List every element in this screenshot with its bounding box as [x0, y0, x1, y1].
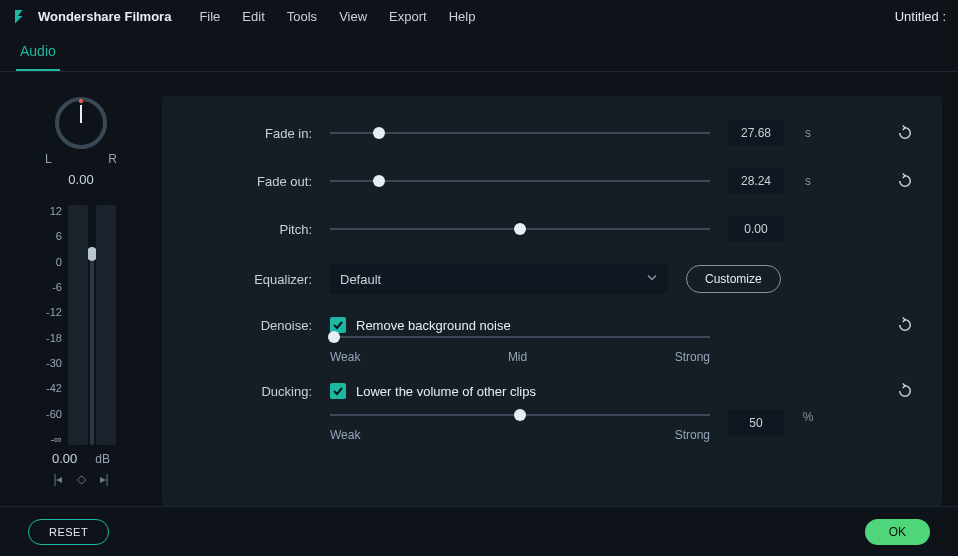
- menu-export[interactable]: Export: [389, 9, 427, 24]
- app-name: Wondershare Filmora: [38, 9, 171, 24]
- menubar: Wondershare Filmora File Edit Tools View…: [0, 0, 958, 32]
- tick: -∞: [46, 433, 62, 445]
- fade-out-slider[interactable]: [330, 176, 710, 186]
- gain-fader[interactable]: [90, 249, 94, 445]
- tab-strip: Audio: [0, 32, 958, 72]
- ducking-label: Ducking:: [182, 384, 312, 399]
- denoise-slider[interactable]: [330, 332, 710, 342]
- ok-button[interactable]: OK: [865, 519, 930, 545]
- tick: -60: [46, 408, 62, 420]
- reset-icon[interactable]: [896, 316, 914, 334]
- balance-value: 0.00: [68, 172, 93, 187]
- ducking-checkbox[interactable]: [330, 383, 346, 399]
- denoise-cb-label: Remove background noise: [356, 318, 511, 333]
- denoise-scale-mid: Mid: [508, 350, 527, 364]
- fade-in-label: Fade in:: [182, 126, 312, 141]
- reset-icon[interactable]: [896, 124, 914, 142]
- menu-list: File Edit Tools View Export Help: [199, 9, 475, 24]
- dialog-footer: RESET OK: [0, 506, 958, 556]
- balance-right-label: R: [108, 152, 117, 166]
- transport-controls: |◂ ◇ ▸|: [53, 472, 108, 486]
- tick: -18: [46, 332, 62, 344]
- pitch-value[interactable]: 0.00: [728, 216, 784, 242]
- ducking-value[interactable]: 50: [728, 410, 784, 436]
- balance-knob-wrap: L R 0.00: [45, 96, 117, 187]
- fade-out-value[interactable]: 28.24: [728, 168, 784, 194]
- tick: -6: [46, 281, 62, 293]
- equalizer-label: Equalizer:: [182, 272, 312, 287]
- fade-in-value[interactable]: 27.68: [728, 120, 784, 146]
- tick: 0: [46, 256, 62, 268]
- gain-value: 0.00: [52, 451, 77, 466]
- ducking-slider[interactable]: [330, 410, 710, 420]
- tick: -12: [46, 306, 62, 318]
- chevron-down-icon: [646, 272, 658, 287]
- gain-unit: dB: [95, 452, 110, 466]
- reset-icon[interactable]: [896, 382, 914, 400]
- app-logo-area: Wondershare Filmora: [12, 7, 171, 25]
- reset-icon[interactable]: [896, 172, 914, 190]
- balance-left-label: L: [45, 152, 52, 166]
- fade-in-unit: s: [802, 126, 814, 140]
- content-area: L R 0.00 12 6 0 -6 -12 -18 -30 -42 -60 -…: [0, 72, 958, 506]
- meter-ticks: 12 6 0 -6 -12 -18 -30 -42 -60 -∞: [46, 205, 62, 445]
- keyframe-icon[interactable]: ◇: [77, 472, 86, 486]
- meter-bar-left: [68, 205, 88, 445]
- equalizer-dropdown[interactable]: Default: [330, 264, 668, 294]
- pitch-label: Pitch:: [182, 222, 312, 237]
- tab-audio[interactable]: Audio: [16, 35, 60, 71]
- prev-icon[interactable]: |◂: [53, 472, 62, 486]
- reset-button[interactable]: RESET: [28, 519, 109, 545]
- customize-button[interactable]: Customize: [686, 265, 781, 293]
- fade-out-unit: s: [802, 174, 814, 188]
- level-meter: 12 6 0 -6 -12 -18 -30 -42 -60 -∞: [46, 205, 116, 445]
- ducking-scale-max: Strong: [675, 428, 710, 442]
- meter-bar-right: [96, 205, 116, 445]
- ducking-unit: %: [802, 410, 814, 424]
- denoise-scale-max: Strong: [675, 350, 710, 364]
- ducking-cb-label: Lower the volume of other clips: [356, 384, 536, 399]
- denoise-label: Denoise:: [182, 318, 312, 333]
- pitch-slider[interactable]: [330, 224, 710, 234]
- menu-view[interactable]: View: [339, 9, 367, 24]
- tick: -30: [46, 357, 62, 369]
- document-title: Untitled :: [895, 9, 946, 24]
- audio-settings-panel: Fade in: 27.68 s Fade out: 28.24 s Pitch…: [162, 96, 942, 506]
- ducking-scale-min: Weak: [330, 428, 360, 442]
- menu-help[interactable]: Help: [449, 9, 476, 24]
- fade-in-slider[interactable]: [330, 128, 710, 138]
- menu-tools[interactable]: Tools: [287, 9, 317, 24]
- next-icon[interactable]: ▸|: [100, 472, 109, 486]
- menu-file[interactable]: File: [199, 9, 220, 24]
- fade-out-label: Fade out:: [182, 174, 312, 189]
- equalizer-value: Default: [340, 272, 381, 287]
- balance-knob[interactable]: [54, 96, 108, 150]
- tick: 12: [46, 205, 62, 217]
- svg-point-1: [79, 99, 83, 103]
- filmora-logo-icon: [12, 7, 30, 25]
- tick: 6: [46, 230, 62, 242]
- audio-meter-panel: L R 0.00 12 6 0 -6 -12 -18 -30 -42 -60 -…: [16, 96, 146, 506]
- tick: -42: [46, 382, 62, 394]
- menu-edit[interactable]: Edit: [242, 9, 264, 24]
- denoise-scale-min: Weak: [330, 350, 360, 364]
